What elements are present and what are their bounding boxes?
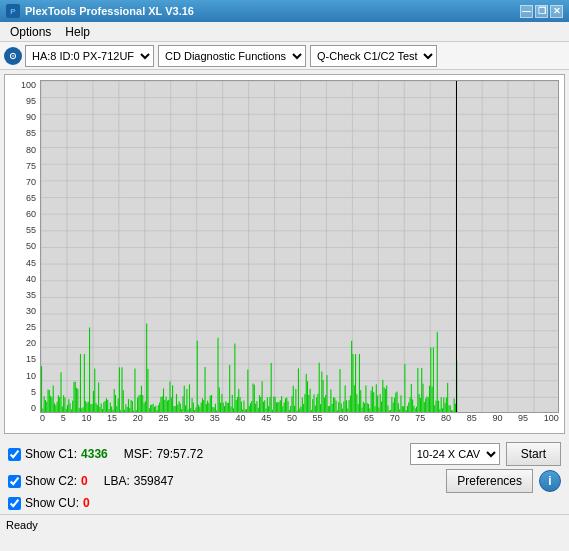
bottom-panel: Show C1: 4336 MSF: 79:57.72 10-24 X CAV … [0, 438, 569, 514]
msf-value: 79:57.72 [156, 447, 203, 461]
vertical-marker [456, 81, 457, 412]
speed-select[interactable]: 10-24 X CAV [410, 443, 500, 465]
status-text: Ready [6, 519, 38, 531]
start-button[interactable]: Start [506, 442, 561, 466]
y-axis-labels: 100 95 90 85 80 75 70 65 60 55 50 45 40 … [7, 80, 39, 413]
c2-value: 0 [81, 474, 88, 488]
app-icon: P [6, 4, 20, 18]
c1-value: 4336 [81, 447, 108, 461]
msf-label: MSF: [124, 447, 153, 461]
menu-options[interactable]: Options [4, 23, 57, 41]
lba-label: LBA: [104, 474, 130, 488]
window-title: PlexTools Professional XL V3.16 [25, 5, 194, 17]
minimize-button[interactable]: — [520, 5, 533, 18]
cu-value: 0 [83, 496, 90, 510]
drive-icon: ⊙ [4, 47, 22, 65]
function-select[interactable]: CD Diagnostic Functions [158, 45, 306, 67]
test-select[interactable]: Q-Check C1/C2 Test [310, 45, 437, 67]
show-c1-checkbox[interactable] [8, 448, 21, 461]
show-c2-label: Show C2: [25, 474, 77, 488]
x-axis-labels: 0 5 10 15 20 25 30 35 40 45 50 55 60 65 … [40, 413, 559, 431]
lba-value: 359847 [134, 474, 174, 488]
restore-button[interactable]: ❐ [535, 5, 548, 18]
status-bar: Ready [0, 514, 569, 534]
show-c1-label: Show C1: [25, 447, 77, 461]
show-cu-label: Show CU: [25, 496, 79, 510]
show-c2-checkbox[interactable] [8, 475, 21, 488]
chart-area: 100 95 90 85 80 75 70 65 60 55 50 45 40 … [4, 74, 565, 434]
preferences-button[interactable]: Preferences [446, 469, 533, 493]
info-button[interactable]: i [539, 470, 561, 492]
drive-select[interactable]: HA:8 ID:0 PX-712UF [25, 45, 154, 67]
close-button[interactable]: ✕ [550, 5, 563, 18]
title-bar: P PlexTools Professional XL V3.16 — ❐ ✕ [0, 0, 569, 22]
show-cu-checkbox[interactable] [8, 497, 21, 510]
menu-help[interactable]: Help [59, 23, 96, 41]
chart-inner [40, 80, 559, 413]
toolbar: ⊙ HA:8 ID:0 PX-712UF CD Diagnostic Funct… [0, 42, 569, 70]
menu-bar: Options Help [0, 22, 569, 42]
